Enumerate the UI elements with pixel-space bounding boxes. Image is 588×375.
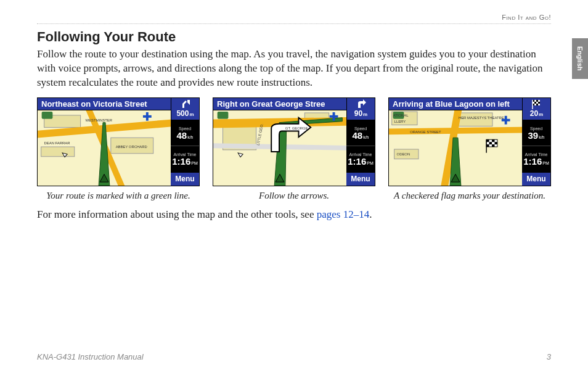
menu-button[interactable]: Menu (171, 172, 199, 186)
figure-1: Northeast on Victoria Street 500m Speed … (37, 97, 200, 202)
svg-rect-3 (41, 147, 75, 157)
map-label: GT. GEORGE (285, 126, 308, 130)
svg-rect-25 (536, 104, 538, 105)
arrival-cell: Arrival Time 1:16PM (171, 146, 199, 172)
speed-value: 48 (352, 131, 362, 140)
svg-rect-17 (330, 115, 338, 118)
svg-rect-35 (492, 139, 494, 142)
gps-screen: Arriving at Blue Lagoon on left 20m (388, 97, 551, 186)
map-label: LLERY (394, 119, 406, 123)
speed-value: 48 (176, 131, 187, 140)
svg-rect-36 (489, 142, 492, 144)
menu-button[interactable]: Menu (346, 172, 375, 186)
turn-indicator: 20m (522, 98, 550, 120)
map-view[interactable]: ATIONAL LLERY HER MAJESTYS THEATRE ORANG… (389, 110, 522, 186)
turn-indicator: 500m (171, 98, 199, 120)
arrival-value: 1:16 (172, 157, 190, 166)
speed-cell: Speed 48k/h (346, 120, 375, 146)
more-info-prefix: For more information about using the map… (37, 208, 317, 220)
arrival-cell: Arrival Time 1:16PM (522, 146, 550, 172)
language-tab[interactable]: English (572, 38, 588, 79)
map-label: ABBEY ORCHARD (116, 145, 147, 149)
speed-cell: Speed 48k/h (171, 120, 199, 146)
menu-button[interactable]: Menu (522, 172, 550, 186)
speed-unit: k/h (187, 135, 193, 139)
intro-paragraph: Follow the route to your destination usi… (37, 47, 551, 90)
header-section-label: Find It and Go! (37, 14, 551, 21)
info-column: Speed 39k/h Arrival Time 1:16PM Menu (522, 120, 550, 186)
map-label: WESTMINSTER (86, 118, 113, 122)
info-column: Speed 48k/h Arrival Time 1:16PM Menu (346, 120, 375, 186)
arrival-value: 1:16 (523, 157, 542, 166)
section-title: Following Your Route (37, 29, 551, 45)
page-reference-link[interactable]: pages 12–14 (317, 208, 369, 220)
svg-rect-21 (536, 100, 538, 102)
map-label: ORANGE STREET (410, 130, 441, 134)
arrival-unit: PM (367, 161, 374, 165)
svg-rect-6 (42, 112, 53, 119)
figure-caption: Follow the arrows. (213, 190, 375, 202)
manual-title: KNA-G431 Instruction Manual (37, 352, 144, 361)
map-view[interactable]: WESTMINSTER DEAN FARRAR ABBEY ORCHARD (38, 110, 171, 186)
info-column: Speed 48k/h Arrival Time 1:16PM Menu (171, 120, 199, 186)
page-footer: KNA-G431 Instruction Manual 3 (37, 352, 551, 361)
svg-rect-37 (494, 142, 497, 144)
gps-screen: Northeast on Victoria Street 500m Speed … (37, 97, 200, 186)
svg-rect-22 (534, 102, 536, 104)
arrival-cell: Arrival Time 1:16PM (346, 146, 375, 172)
figure-row: Northeast on Victoria Street 500m Speed … (37, 97, 551, 202)
speed-unit: k/h (363, 135, 369, 139)
turn-arrow-icon (356, 99, 367, 109)
speed-cell: Speed 39k/h (522, 120, 550, 146)
turn-distance: 20 (530, 110, 538, 117)
horizontal-rule (37, 23, 551, 24)
map-label: ATIONAL (393, 113, 409, 117)
map-label: HER MAJESTYS THEATRE (459, 116, 504, 120)
turn-arrow-icon (180, 99, 191, 109)
turn-distance: 90 (354, 110, 362, 117)
turn-distance: 500 (176, 110, 189, 117)
turn-indicator: 90m (346, 98, 375, 120)
map-label: ODEON (397, 152, 410, 156)
checkered-flag-icon (531, 99, 542, 109)
figure-3: Arriving at Blue Lagoon on left 20m (388, 97, 551, 202)
speed-unit: k/h (539, 135, 544, 139)
more-info-suffix: . (369, 208, 372, 220)
svg-rect-23 (538, 102, 540, 104)
direction-banner: Arriving at Blue Lagoon on left (389, 98, 522, 110)
gps-screen: Right on Great George Stree 90m Speed 48… (213, 97, 375, 186)
more-info-paragraph: For more information about using the map… (37, 208, 551, 222)
arrival-unit: PM (191, 161, 198, 165)
speed-value: 39 (528, 131, 538, 140)
turn-distance-unit: m (539, 112, 543, 117)
svg-rect-39 (492, 144, 494, 147)
turn-distance-unit: m (189, 112, 194, 117)
direction-banner: Northeast on Victoria Street (38, 98, 171, 110)
figure-2: Right on Great George Stree 90m Speed 48… (213, 97, 375, 202)
svg-rect-15 (218, 112, 229, 119)
svg-rect-8 (143, 115, 152, 118)
direction-banner: Right on Great George Stree (213, 98, 346, 110)
arrival-value: 1:16 (348, 157, 366, 166)
arrival-unit: PM (542, 161, 549, 165)
page-number: 3 (547, 352, 551, 361)
turn-distance-unit: m (363, 112, 367, 117)
figure-caption: A checkered flag marks your destination. (388, 190, 551, 202)
map-view[interactable]: GT. GEORGE LITTLE GEO. (213, 110, 346, 186)
map-label: DEAN FARRAR (44, 141, 70, 145)
figure-caption: Your route is marked with a green line. (37, 190, 200, 202)
